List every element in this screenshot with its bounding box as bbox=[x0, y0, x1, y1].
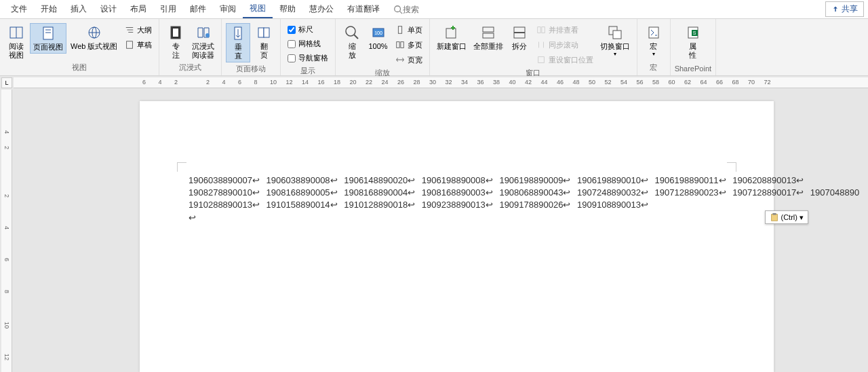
show-group-label: 显示 bbox=[300, 64, 315, 76]
page-move-group-label: 页面移动 bbox=[236, 62, 266, 75]
menu-help[interactable]: 帮助 bbox=[273, 1, 302, 18]
zoom-icon bbox=[344, 24, 360, 41]
focus-button[interactable]: 专 注 bbox=[163, 23, 188, 61]
immersive-reader-button[interactable]: 沉浸式 阅读器 bbox=[189, 23, 217, 61]
svg-line-21 bbox=[354, 35, 358, 39]
svg-rect-29 bbox=[483, 33, 494, 38]
immersive-reader-icon bbox=[195, 24, 212, 41]
svg-text:100: 100 bbox=[374, 31, 382, 35]
svg-point-0 bbox=[395, 5, 401, 12]
navpane-checkbox[interactable]: 导航窗格 bbox=[285, 52, 331, 64]
immersive-group-label: 沉浸式 bbox=[179, 61, 201, 74]
svg-rect-27 bbox=[446, 29, 456, 38]
focus-icon bbox=[167, 24, 184, 41]
menu-design[interactable]: 设计 bbox=[94, 1, 123, 18]
split-icon bbox=[511, 24, 528, 41]
search-icon bbox=[393, 5, 403, 14]
zoom-100-icon: 100 bbox=[370, 24, 387, 41]
menu-huioffice[interactable]: 慧办公 bbox=[302, 1, 340, 18]
svg-rect-15 bbox=[173, 29, 178, 37]
sharepoint-icon: S bbox=[685, 24, 701, 41]
menu-insert[interactable]: 插入 bbox=[64, 1, 94, 18]
menu-file[interactable]: 文件 bbox=[4, 1, 34, 18]
outline-button[interactable]: 大纲 bbox=[121, 23, 155, 37]
svg-rect-13 bbox=[127, 41, 133, 49]
svg-rect-4 bbox=[43, 27, 53, 39]
dropdown-icon: ▾ bbox=[652, 51, 655, 57]
svg-point-16 bbox=[205, 33, 210, 37]
dropdown-icon: ▾ bbox=[614, 51, 616, 57]
flip-button[interactable]: 翻 页 bbox=[252, 23, 276, 61]
share-button[interactable]: 共享 bbox=[825, 1, 864, 17]
multi-page-button[interactable]: 多页 bbox=[392, 38, 425, 52]
svg-rect-25 bbox=[396, 42, 399, 48]
svg-point-20 bbox=[346, 26, 355, 36]
vertical-button[interactable]: 垂 直 bbox=[226, 23, 250, 62]
flip-icon bbox=[256, 24, 272, 41]
views-group-label: 视图 bbox=[72, 61, 87, 74]
side-by-side-icon bbox=[536, 24, 547, 35]
reset-window-button: 重设窗口位置 bbox=[533, 53, 596, 67]
menu-review[interactable]: 审阅 bbox=[213, 1, 243, 18]
arrange-all-icon bbox=[480, 24, 496, 41]
svg-rect-36 bbox=[613, 31, 621, 39]
menu-home[interactable]: 开始 bbox=[34, 1, 64, 18]
svg-rect-33 bbox=[542, 27, 545, 33]
sharepoint-group-label: SharePoint bbox=[675, 63, 711, 74]
svg-rect-18 bbox=[258, 28, 264, 37]
print-layout-icon bbox=[40, 25, 56, 41]
read-mode-button[interactable]: 阅读 视图 bbox=[4, 23, 28, 61]
ruler-checkbox[interactable]: 标尺 bbox=[285, 23, 331, 36]
zoom-group-label: 缩放 bbox=[375, 67, 390, 76]
new-window-button[interactable]: 新建窗口 bbox=[434, 23, 469, 52]
sync-scroll-icon bbox=[536, 39, 547, 50]
svg-rect-19 bbox=[264, 28, 269, 37]
macros-group-label: 宏 bbox=[650, 61, 657, 74]
draft-button[interactable]: 草稿 bbox=[121, 38, 155, 52]
web-layout-icon bbox=[86, 24, 102, 41]
zoom-button[interactable]: 缩 放 bbox=[340, 23, 364, 61]
menu-view[interactable]: 视图 bbox=[243, 0, 273, 18]
switch-window-icon bbox=[607, 24, 623, 41]
outline-icon bbox=[124, 24, 135, 35]
reset-window-icon bbox=[536, 54, 547, 65]
svg-rect-24 bbox=[398, 26, 401, 34]
switch-window-button[interactable]: 切换窗口 ▾ bbox=[597, 23, 633, 58]
arrange-all-button[interactable]: 全部重排 bbox=[471, 23, 506, 52]
side-by-side-button: 并排查看 bbox=[533, 23, 596, 37]
single-page-icon bbox=[395, 24, 406, 35]
web-layout-button[interactable]: Web 版式视图 bbox=[68, 23, 120, 52]
svg-rect-32 bbox=[537, 27, 540, 33]
multi-page-icon bbox=[395, 39, 406, 50]
vertical-icon bbox=[230, 25, 246, 41]
print-layout-button[interactable]: 页面视图 bbox=[30, 23, 66, 54]
menu-layout[interactable]: 布局 bbox=[123, 1, 153, 18]
macros-button[interactable]: 宏 ▾ bbox=[642, 23, 666, 58]
svg-rect-28 bbox=[483, 27, 494, 32]
menu-youdao[interactable]: 有道翻译 bbox=[340, 1, 387, 18]
sync-scroll-button: 同步滚动 bbox=[533, 38, 596, 52]
page-width-button[interactable]: 页宽 bbox=[392, 53, 425, 67]
properties-button[interactable]: S 属 性 bbox=[681, 23, 705, 61]
macros-icon bbox=[646, 24, 662, 41]
window-group-label: 窗口 bbox=[526, 67, 540, 76]
svg-text:S: S bbox=[693, 31, 696, 35]
single-page-button[interactable]: 单页 bbox=[392, 23, 425, 37]
menu-references[interactable]: 引用 bbox=[153, 1, 183, 18]
svg-line-1 bbox=[400, 11, 403, 14]
draft-icon bbox=[124, 39, 135, 50]
share-icon bbox=[831, 5, 840, 14]
gridlines-checkbox[interactable]: 网格线 bbox=[285, 37, 331, 50]
zoom-100-button[interactable]: 100 100% bbox=[366, 23, 390, 52]
menu-mailings[interactable]: 邮件 bbox=[183, 1, 213, 18]
svg-rect-34 bbox=[538, 57, 544, 63]
split-button[interactable]: 拆分 bbox=[507, 23, 532, 52]
read-mode-icon bbox=[8, 24, 24, 41]
search-input[interactable] bbox=[403, 5, 471, 14]
page-width-icon bbox=[395, 54, 406, 65]
new-window-icon bbox=[443, 24, 460, 41]
svg-rect-26 bbox=[401, 42, 403, 48]
